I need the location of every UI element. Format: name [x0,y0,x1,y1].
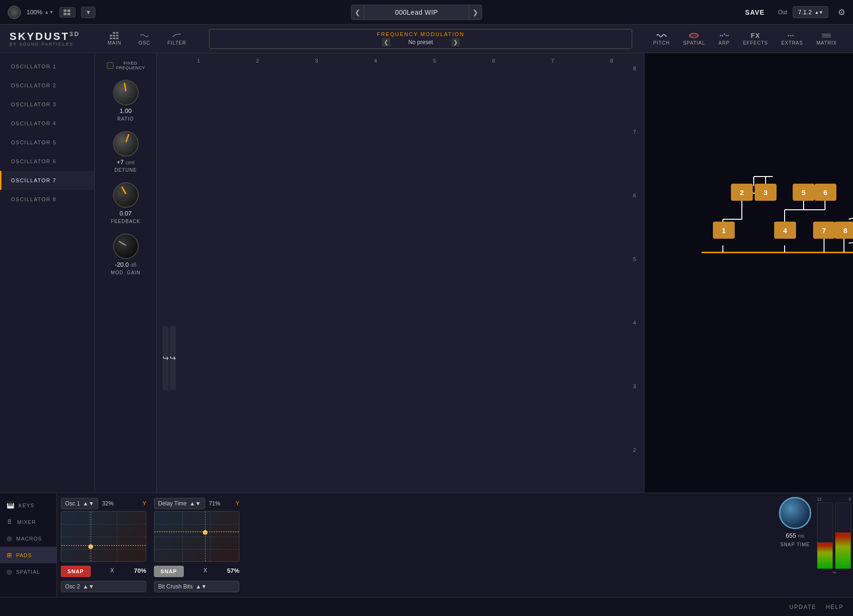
preset-next-btn[interactable]: ❯ [469,5,482,20]
tab-filter[interactable]: FILTER [159,30,195,47]
pad-2-hline1 [154,524,239,524]
svg-rect-1 [67,9,70,12]
help-button[interactable]: HELP [826,604,844,610]
oscillator-item-8[interactable]: OSCILLATOR 8 [0,190,95,209]
sidebar-item-mixer[interactable]: 🎚 MIXER [0,513,57,530]
snap-time-unit: ms [798,533,804,539]
mod-gain-unit: dB [131,262,136,268]
algo-box-7[interactable]: 7 [813,222,835,239]
svg-point-19 [727,35,729,36]
app-logo[interactable] [8,6,21,19]
feedback-label: FEEDBACK [111,219,141,224]
tab-osc[interactable]: OSC [130,30,159,47]
algo-box-3[interactable]: 3 [755,184,777,201]
feedback-knob[interactable] [113,182,139,208]
grid-icon-btn[interactable] [59,7,76,18]
pad-1-x-label: X [110,567,114,574]
svg-point-15 [720,35,721,36]
pad-2-y-select-arrow: ▲▼ [196,583,207,590]
cell-4-5[interactable]: ↪ [162,326,169,390]
macros-label: MACROS [16,536,42,541]
bottom-spacer [243,493,775,597]
detune-label: DETUNE [114,168,137,173]
pad-2-snap-btn[interactable]: SNAP [154,566,184,577]
algo-box-5[interactable]: 5 [793,184,815,201]
snap-time-label: SNAP TIME [780,542,810,547]
spatial-icon [689,32,699,39]
keys-label: KEYS [19,503,34,508]
oscillator-item-7[interactable]: OSCILLATOR 7 [0,171,95,190]
pad-1-source-select[interactable]: Osc 1 ▲▼ [61,498,98,509]
mod-gain-label: MOD. GAIN [111,270,140,275]
svg-rect-0 [64,9,66,12]
freq-preset-next[interactable]: ❯ [451,38,460,47]
freq-preset-prev[interactable]: ❮ [382,38,390,47]
pad-2-top-row: Delay Time ▲▼ 71% Y [154,498,239,509]
pad-1-snap-btn[interactable]: SNAP [61,566,91,577]
pad-2-x-label: X [203,567,207,574]
tab-matrix[interactable]: MATRIX [810,30,844,47]
sidebar-item-spatial-bottom[interactable]: ◎ SPATIAL [0,563,57,580]
plugin-header: SKYDUST3D BY SOUND PARTICLES MAIN OSC [0,25,853,53]
pad-2-source-y[interactable]: Bit Crush Bits ▲▼ [154,581,239,592]
oscillator-item-6[interactable]: OSCILLATOR 6 [0,152,95,171]
arp-icon [719,32,730,39]
algo-box-6[interactable]: 6 [815,184,836,201]
snap-time-value: 655 [786,532,796,539]
tab-pitch[interactable]: PITCH [646,30,676,47]
settings-button[interactable]: ⚙ [838,7,845,18]
algo-box-4[interactable]: 4 [774,222,796,239]
zoom-arrow[interactable]: ▲▼ [44,9,54,15]
sidebar-item-pads[interactable]: ⊞ PADS [0,547,57,563]
tab-extras[interactable]: EXTRAS [775,30,810,47]
out-value[interactable]: 7.1.2 ▲▼ [793,6,828,18]
tab-effects[interactable]: FX EFFECTS [736,30,775,47]
oscillator-item-2[interactable]: OSCILLATOR 2 [0,76,95,95]
tab-arp[interactable]: ARP [712,30,737,47]
pad-2-grid[interactable] [154,511,239,562]
svg-point-18 [725,35,727,36]
sidebar-item-keys[interactable]: 🎹 KEYS [0,497,57,513]
spatial-bottom-label: SPATIAL [16,569,40,575]
snap-time-knob[interactable] [779,497,811,529]
oscillator-item-5[interactable]: OSCILLATOR 5 [0,133,95,152]
pad-2-dot [203,530,208,535]
grid-row-5 [159,261,628,325]
freq-preset-val: No preset [392,39,449,46]
oscillator-item-1[interactable]: OSCILLATOR 1 [0,57,95,76]
pad-1-dot [88,544,93,549]
osc-tab-label: OSC [139,40,151,46]
freq-mod-section: FREQUENCY MODULATION ❮ No preset ❯ [209,29,632,49]
algo-box-2[interactable]: 2 [731,184,753,201]
update-button[interactable]: UPDATE [789,604,816,610]
pad-1-grid[interactable] [61,511,146,562]
sidebar-item-macros[interactable]: ◎ MACROS [0,530,57,547]
pad-2-source-select[interactable]: Delay Time ▲▼ [154,498,205,509]
col-header-3: 3 [287,58,346,64]
preset-prev-btn[interactable]: ❮ [351,5,364,20]
detune-knob[interactable] [113,131,139,157]
zoom-control[interactable]: 100% ▲▼ [27,9,54,16]
pad-1-x-pct: 32% [102,500,114,507]
detune-unit: cent [125,160,134,165]
grid-row-7 [159,131,628,195]
pad-2-bottom-row: SNAP X 57% [154,564,239,577]
extras-label: EXTRAS [781,40,803,46]
tab-main[interactable]: MAIN [99,30,130,47]
fixed-freq-checkbox[interactable] [107,62,114,69]
mod-gain-value: -20.0 [115,261,129,268]
cell-4-6[interactable]: ↪ [170,326,176,390]
algo-box-8[interactable]: 8 [834,222,853,239]
dropdown-btn[interactable]: ▼ [81,7,95,18]
svg-rect-8 [113,35,115,36]
save-button[interactable]: SAVE [745,9,765,16]
mod-gain-knob[interactable] [113,233,139,259]
vu-bar-left [817,503,833,569]
oscillator-item-4[interactable]: OSCILLATOR 4 [0,114,95,133]
oscillator-item-3[interactable]: OSCILLATOR 3 [0,95,95,114]
ratio-knob[interactable] [113,80,139,105]
pad-1-source-y[interactable]: Osc 2 ▲▼ [61,581,146,592]
pad-2-v-snap-line [205,512,206,561]
tab-spatial[interactable]: SPATIAL [676,30,712,47]
algo-box-1[interactable]: 1 [713,222,735,239]
